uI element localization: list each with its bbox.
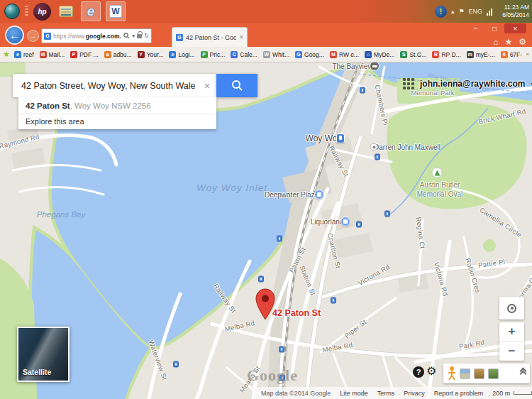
bookmark-favicon: W [263, 51, 270, 58]
gear-icon[interactable]: ⚙ [519, 37, 526, 47]
search-icon[interactable] [123, 33, 130, 39]
tray-language-icon[interactable]: ENG [468, 8, 482, 15]
bookmark-label: St.G... [409, 51, 426, 58]
network-icon[interactable] [487, 8, 492, 16]
transit-stop-icon[interactable] [258, 276, 264, 283]
bookmark-star-icon[interactable]: ★ [3, 50, 10, 59]
liquor-store-icon[interactable] [340, 217, 350, 226]
suggestion-item[interactable]: 42 Paton St, Woy Woy NSW 2256 [18, 97, 216, 114]
transit-stop-icon[interactable] [356, 222, 362, 228]
bookmark-label: 67F-... [510, 51, 522, 58]
park-tree-icon[interactable] [432, 168, 443, 178]
favorites-icon[interactable]: ★ [504, 37, 512, 47]
taskbar-clock[interactable]: 11:23 AM 6/05/2014 [502, 4, 529, 18]
close-button[interactable]: × [504, 23, 526, 33]
lite-mode-link[interactable]: Lite mode [340, 390, 368, 397]
autocomplete-caret-icon[interactable]: ▾ [132, 33, 135, 39]
transit-stop-icon[interactable] [375, 154, 380, 160]
bookmark-item[interactable]: SSt.G... [400, 51, 426, 58]
internet-explorer-taskbar-icon[interactable]: e [81, 1, 101, 21]
collapse-chevron-icon[interactable] [521, 371, 526, 376]
bookmark-item[interactable]: RRP D... [432, 51, 460, 58]
bookmark-item[interactable]: eLogi... [169, 51, 194, 58]
back-button[interactable]: ← [5, 26, 24, 45]
file-explorer-icon[interactable] [56, 1, 76, 21]
bookmark-item[interactable]: YYour... [138, 51, 164, 58]
bookmark-label: Your... [147, 51, 164, 58]
transit-stop-icon[interactable] [331, 297, 336, 304]
report-problem-link[interactable]: Report a problem [434, 390, 484, 397]
bookmark-item[interactable]: mmyE-... [467, 51, 495, 58]
bookmark-item[interactable]: aadbu... [104, 51, 132, 58]
maptype-thumbnail-terrain[interactable] [474, 368, 484, 379]
start-button[interactable] [4, 4, 20, 19]
map-label: Austin Butler [420, 181, 460, 189]
transit-stop-icon[interactable] [277, 236, 282, 242]
train-station-icon[interactable] [336, 133, 345, 143]
bookmark-item[interactable]: MMail... [40, 51, 65, 58]
account-email[interactable]: john.ienna@raywhite.com [420, 79, 525, 89]
address-bar[interactable]: G https://www.google.com.au/maps/place/4… [41, 28, 152, 43]
privacy-link[interactable]: Privacy [404, 390, 425, 397]
hp-app-icon[interactable]: hp [33, 3, 51, 21]
help-button[interactable]: ? [413, 366, 424, 378]
maptype-thumbnail-earth[interactable] [488, 368, 499, 379]
bookmark-item[interactable]: GGoog... [295, 51, 324, 58]
home-icon[interactable]: ⌂ [493, 37, 498, 47]
bookmark-label: myE-... [476, 51, 495, 58]
tray-expand-icon[interactable]: ▴ [451, 8, 455, 15]
bookmark-item[interactable]: 667F-... [501, 51, 522, 58]
bookmark-item[interactable]: ⌂MyDe... [365, 51, 394, 58]
marker-address-label: 42 Paton St [272, 308, 321, 318]
more-bookmarks-icon[interactable]: » [526, 51, 529, 58]
transit-stop-icon[interactable] [360, 87, 365, 94]
action-center-warning-icon[interactable]: ! [435, 6, 447, 18]
scale-bar [514, 391, 532, 395]
tab-close-icon[interactable]: × [239, 33, 243, 41]
apps-grid-icon[interactable] [403, 78, 414, 89]
tray-flag-icon[interactable]: ⚑ [458, 8, 464, 15]
transit-stop-icon[interactable] [173, 361, 179, 368]
shopping-plaza-icon[interactable] [314, 190, 324, 200]
explore-this-area[interactable]: Explore this area [18, 114, 216, 129]
map-settings-gear-icon[interactable]: ⚙ [426, 364, 436, 378]
transit-stop-icon[interactable] [279, 346, 284, 353]
bookmark-item[interactable]: MRW e... [330, 51, 359, 58]
minimize-button[interactable]: − [467, 23, 484, 33]
pegman-icon[interactable] [448, 366, 456, 381]
word-icon: W [109, 5, 122, 18]
bookmark-label: Logi... [178, 51, 194, 58]
zoom-in-button[interactable]: + [499, 322, 524, 342]
bookmark-label: Pric... [210, 51, 226, 58]
bookmark-favicon: M [330, 51, 337, 58]
maximize-button[interactable]: □ [486, 23, 503, 33]
bookmark-favicon: ⌂ [365, 51, 372, 58]
bookmark-item[interactable]: CCale... [231, 51, 257, 58]
word-taskbar-icon[interactable]: W [106, 1, 126, 21]
maps-search-card: × [13, 74, 216, 97]
transit-stop-icon[interactable] [384, 211, 390, 217]
zoom-controls: + − [499, 322, 524, 361]
bookmark-item[interactable]: WWhit... [263, 51, 289, 58]
clear-search-icon[interactable]: × [198, 80, 216, 92]
bookmark-favicon: m [467, 51, 474, 58]
bookmark-item[interactable]: ereef [14, 51, 34, 58]
forward-button[interactable]: → [27, 30, 39, 42]
search-input[interactable] [13, 81, 198, 91]
bookmark-label: RW e... [339, 51, 359, 58]
map-label: Darren John Maxwell [374, 143, 440, 151]
satellite-toggle[interactable]: Satellite [17, 327, 70, 382]
browser-tab[interactable]: G 42 Paton St - Google Maps × [172, 27, 248, 47]
maptype-thumbnail-satellite[interactable] [460, 368, 470, 379]
bookmark-favicon: P [201, 51, 208, 58]
map-canvas[interactable]: Raymond RdPhegans BayWoy Woy InletWoy Wo… [0, 62, 532, 399]
poi-dot-icon[interactable] [370, 143, 378, 151]
terms-link[interactable]: Terms [377, 390, 395, 397]
search-button[interactable] [216, 74, 257, 97]
bookmark-favicon: R [432, 51, 439, 58]
bookmark-item[interactable]: PPric... [201, 51, 226, 58]
zoom-out-button[interactable]: − [499, 342, 524, 361]
refresh-icon[interactable]: ↻ [144, 33, 149, 39]
my-location-button[interactable] [499, 297, 524, 319]
bookmark-item[interactable]: PPDF ... [70, 51, 98, 58]
